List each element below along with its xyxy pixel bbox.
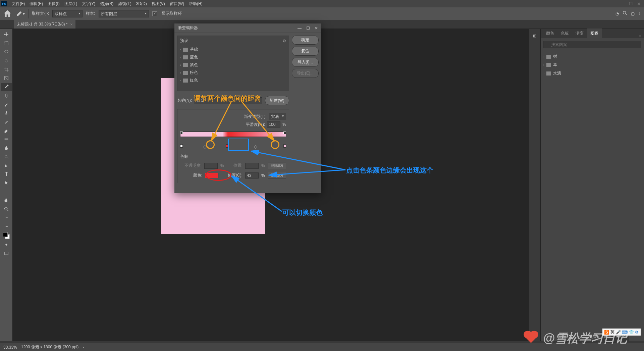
color-stop[interactable] <box>283 144 286 148</box>
document-tab[interactable]: 未标题-1 @ 33.3%(RGB/8) * × <box>14 20 75 29</box>
midpoint-stop[interactable] <box>254 145 258 149</box>
opacity-stop[interactable] <box>283 132 286 134</box>
tree-item[interactable]: ›水滴 <box>543 69 642 78</box>
cloud-icon[interactable]: ◔ <box>615 11 619 16</box>
stamp-tool[interactable] <box>1 109 12 117</box>
annotation-text: 点击色条颜色边缘会出现这个 <box>346 166 433 175</box>
tab-swatches[interactable]: 色板 <box>557 29 572 38</box>
history-brush-tool[interactable] <box>1 118 12 126</box>
preset-folder[interactable]: ›粉色 <box>180 69 286 77</box>
close-dialog-icon[interactable]: ✕ <box>315 26 318 31</box>
minimize-icon[interactable]: — <box>620 1 624 6</box>
opacity-stop[interactable] <box>180 132 183 134</box>
brush-tool[interactable] <box>1 100 12 108</box>
lasso-tool[interactable] <box>1 48 12 56</box>
marquee-tool[interactable] <box>1 39 12 47</box>
zoom-level[interactable]: 33.33% <box>3 345 17 350</box>
reset-button[interactable]: 复位 <box>292 47 319 56</box>
eraser-tool[interactable] <box>1 127 12 135</box>
menu-3d[interactable]: 3D(D) <box>134 1 149 6</box>
menu-image[interactable]: 图像(I) <box>45 1 62 7</box>
path-select-tool[interactable] <box>1 179 12 187</box>
tab-color[interactable]: 颜色 <box>543 29 557 38</box>
right-panel: 颜色 色板 渐变 图案 ≡ ›树 ›草 ›水滴 ▭ ⊞ 🗑 <box>540 29 644 343</box>
edit-toolbar[interactable]: ⋯ <box>1 222 12 231</box>
move-tool[interactable] <box>1 31 12 39</box>
share-icon[interactable]: ⇪ <box>638 11 641 16</box>
delete-color-stop-button[interactable]: 删除(D) <box>268 172 286 179</box>
gradient-tool[interactable] <box>1 135 12 143</box>
app-logo: Ps <box>1 1 7 6</box>
import-button[interactable]: 导入(I)... <box>292 58 319 67</box>
sample-size-dropdown[interactable]: 取样点 <box>52 10 83 17</box>
svg-line-11 <box>7 157 8 158</box>
maximize-dialog-icon[interactable]: ☐ <box>306 26 310 31</box>
zoom-tool[interactable] <box>1 205 12 213</box>
document-tab-bar: 未标题-1 @ 33.3%(RGB/8) * × <box>0 20 644 29</box>
dodge-tool[interactable] <box>1 153 12 161</box>
type-tool[interactable]: T <box>1 170 12 178</box>
info-chevron-icon[interactable]: › <box>83 345 84 350</box>
gradient-type-dropdown[interactable]: 实底 <box>269 113 286 120</box>
color-swatches[interactable] <box>3 232 10 239</box>
svg-line-1 <box>626 14 627 15</box>
annotation-box <box>228 139 249 151</box>
close-tab-icon[interactable]: × <box>70 22 73 27</box>
maximize-icon[interactable]: ❐ <box>629 1 633 6</box>
menu-view[interactable]: 视图(V) <box>149 1 167 7</box>
collapsed-panel-strip[interactable]: ⊞ <box>528 29 540 343</box>
menu-layer[interactable]: 图层(L) <box>62 1 80 7</box>
preset-folder[interactable]: ›紫色 <box>180 61 286 69</box>
svg-point-10 <box>5 155 7 157</box>
eyedropper-tool[interactable] <box>1 83 12 91</box>
frame-icon[interactable]: ▢ <box>631 11 635 16</box>
annotation-text: 调节两个颜色间的距离 <box>194 94 261 103</box>
more-tools[interactable]: ⋯ <box>1 214 12 222</box>
position-input <box>245 163 259 169</box>
menu-file[interactable]: 文件(F) <box>9 1 27 7</box>
shape-tool[interactable] <box>1 188 12 196</box>
blur-tool[interactable] <box>1 144 12 152</box>
tree-item[interactable]: ›草 <box>543 61 642 69</box>
crop-tool[interactable] <box>1 65 12 73</box>
minimize-dialog-icon[interactable]: — <box>298 26 302 31</box>
tab-patterns[interactable]: 图案 <box>587 29 602 38</box>
panel-menu-icon[interactable]: ≡ <box>636 34 644 38</box>
ok-button[interactable]: 确定 <box>292 36 319 45</box>
ime-indicator[interactable]: S 英 🎤 ⌨ 👕 ⚙ <box>602 329 641 336</box>
preset-folder[interactable]: ›基础 <box>180 46 286 53</box>
preset-folder[interactable]: ›蓝色 <box>180 53 286 61</box>
hand-tool[interactable] <box>1 196 12 204</box>
pattern-search-input[interactable] <box>543 41 641 48</box>
frame-tool[interactable] <box>1 74 12 82</box>
sample-dropdown[interactable]: 所有图层 <box>99 10 149 17</box>
menu-type[interactable]: 文字(Y) <box>79 1 98 7</box>
menu-help[interactable]: 帮助(H) <box>186 1 205 7</box>
preset-folder[interactable]: ›红色 <box>180 77 286 84</box>
healing-tool[interactable] <box>1 92 12 100</box>
home-icon[interactable] <box>3 9 12 18</box>
svg-rect-8 <box>5 94 7 98</box>
search-icon[interactable] <box>622 10 628 17</box>
new-gradient-button[interactable]: 新建(W) <box>265 96 289 105</box>
opacity-input <box>204 163 218 169</box>
quick-select-tool[interactable] <box>1 57 12 65</box>
menu-window[interactable]: 窗口(W) <box>167 1 186 7</box>
screenmode-tool[interactable] <box>1 249 12 257</box>
tool-icon[interactable]: ▾ <box>15 9 25 18</box>
show-ring-checkbox[interactable] <box>152 11 157 16</box>
tree-item[interactable]: ›树 <box>543 52 642 61</box>
menu-filter[interactable]: 滤镜(T) <box>116 1 133 7</box>
quickmask-tool[interactable] <box>1 241 12 249</box>
tab-gradients[interactable]: 渐变 <box>572 29 587 38</box>
gear-icon[interactable]: ⚙ <box>282 39 286 43</box>
close-icon[interactable]: ✕ <box>637 1 641 6</box>
document-info[interactable]: 1200 像素 x 1800 像素 (300 ppi) <box>21 344 78 350</box>
color-stop[interactable] <box>180 144 183 148</box>
pen-tool[interactable] <box>1 161 12 169</box>
position-c-input[interactable] <box>245 172 259 179</box>
menu-select[interactable]: 选择(S) <box>98 1 116 7</box>
smoothness-input[interactable] <box>267 121 280 128</box>
menu-edit[interactable]: 编辑(E) <box>27 1 45 7</box>
panel-icon[interactable]: ⊞ <box>533 34 536 38</box>
